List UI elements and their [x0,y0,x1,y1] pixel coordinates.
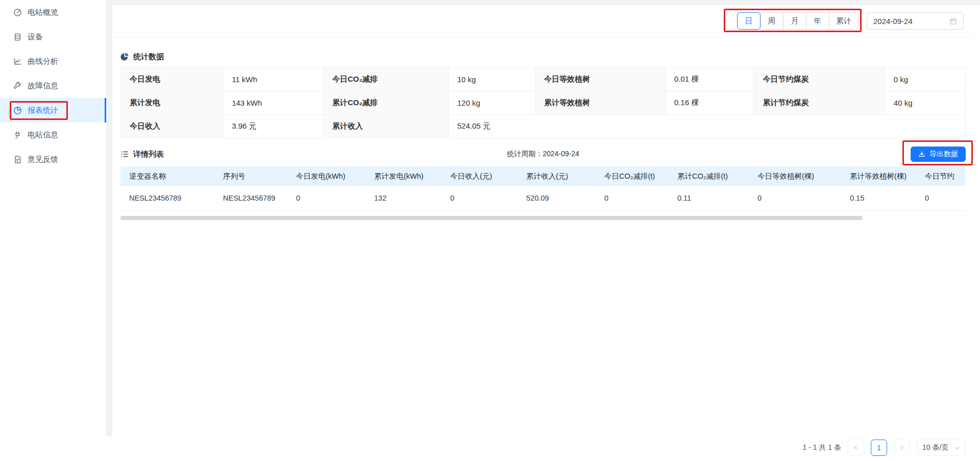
sidebar-item-label: 曲线分析 [28,57,58,66]
tab-month[interactable]: 月 [783,12,806,30]
tab-year-label: 年 [814,16,822,26]
cell-today-coal: 0 [925,186,966,210]
column-header: 今日等效植树(棵) [757,166,850,186]
chevron-down-icon [954,445,960,451]
stat-value: 0.16 棵 [666,91,754,115]
stat-value: 11 kWh [223,68,324,91]
stat-value: 524.05 元 [449,115,965,138]
tab-month-label: 月 [791,16,799,26]
stat-label: 累计收入 [324,115,449,138]
stat-value: 40 kg [885,91,965,115]
tab-total[interactable]: 累计 [829,12,859,30]
cell-total-income: 520.09 [526,186,604,210]
sidebar-item-station-info[interactable]: 电站信息 [0,123,106,147]
sidebar-item-feedback[interactable]: 意见反馈 [0,147,106,172]
column-header: 累计收入(元) [526,166,604,186]
page-number-button[interactable]: 1 [871,440,887,456]
stat-value: 0.01 棵 [666,68,754,91]
sidebar-item-fault-info[interactable]: 故障信息 [0,74,106,98]
stats-pie-icon [120,53,129,61]
stat-label: 今日节约煤炭 [754,68,885,91]
chevron-left-icon [853,445,859,450]
prev-page-button[interactable] [848,440,864,456]
stats-section-title: 统计数据 [133,52,164,62]
pie-chart-icon [13,106,22,115]
pagination-total: 1 - 1 共 1 条 [803,443,841,452]
stat-value: 10 kg [449,68,535,91]
date-picker-value: 2024-09-24 [873,17,913,26]
plug-icon [13,131,22,139]
horizontal-scrollbar-thumb[interactable] [120,216,863,220]
next-page-button[interactable] [894,440,910,456]
sidebar-item-label: 报表统计 [28,106,58,115]
tab-day[interactable]: 日 [737,12,761,30]
cell-today-generation: 0 [296,186,374,210]
sidebar-item-label: 故障信息 [28,81,58,91]
wrench-icon [13,82,22,90]
stat-value: 120 kg [449,91,535,115]
page-size-value: 10 条/页 [922,443,948,452]
tab-total-label: 累计 [836,16,851,26]
stat-label: 今日等效植树 [535,68,666,91]
stat-label: 累计节约煤炭 [754,91,885,115]
column-header: 今日CO₂减排(t) [604,166,677,186]
stat-label: 今日发电 [121,68,223,91]
sidebar-item-station-overview[interactable]: 电站概览 [0,0,106,25]
page-size-select[interactable]: 10 条/页 [917,440,966,456]
statistic-period-value: 2024-09-24 [543,150,579,158]
tab-week[interactable]: 周 [760,12,783,30]
stat-label: 累计等效植树 [535,91,666,115]
column-header: 序列号 [223,166,296,186]
stat-label: 今日收入 [121,115,223,138]
stats-table: 今日发电 11 kWh 今日CO₂减排 10 kg 今日等效植树 0.01 棵 … [120,67,966,138]
layout-top-band [112,0,980,5]
toolbar: 日 周 月 年 累计 2024-09-24 [112,5,974,37]
download-icon [918,151,925,158]
date-picker-input[interactable]: 2024-09-24 [867,12,964,30]
stat-value: 3.96 元 [223,115,324,138]
horizontal-scrollbar-track[interactable] [120,216,966,220]
column-header: 今日节约 [925,166,966,186]
cell-serial-number: NESL23456789 [223,186,296,210]
stat-label: 累计CO₂减排 [324,91,449,115]
tab-week-label: 周 [768,16,776,26]
details-table-header-row: 逆变器名称 序列号 今日发电(kWh) 累计发电(kWh) 今日收入(元) 累计… [120,166,966,186]
sidebar-item-curve-analysis[interactable]: 曲线分析 [0,49,106,74]
export-data-label: 导出数据 [929,150,958,159]
tab-year[interactable]: 年 [806,12,829,30]
sidebar-item-label: 意见反馈 [28,155,58,164]
stat-value: 143 kWh [223,91,324,115]
column-header: 逆变器名称 [120,166,223,186]
statistic-period: 统计周期：2024-09-24 [120,150,966,159]
tab-day-label: 日 [745,16,753,26]
sidebar-item-label: 电站信息 [28,130,58,140]
main-content: 统计数据 今日发电 11 kWh 今日CO₂减排 10 kg 今日等效植树 0.… [112,37,974,461]
column-header: 今日收入(元) [450,166,526,186]
sidebar-item-report-statistics[interactable]: 报表统计 [0,98,106,123]
calendar-icon [949,17,957,25]
cell-total-trees: 0.15 [850,186,925,210]
cell-inverter-name: NESL23456789 [120,186,223,210]
chevron-right-icon [899,445,904,450]
sidebar-item-label: 设备 [28,32,43,42]
column-header: 累计CO₂减排(t) [677,166,757,186]
pagination: 1 - 1 共 1 条 1 10 条/页 [803,440,966,456]
stat-value: 0 kg [885,68,965,91]
current-page-label: 1 [877,444,881,452]
feedback-form-icon [13,155,22,164]
layout-gutter [106,0,112,436]
line-chart-icon [13,57,22,66]
sidebar-item-label: 电站概览 [28,8,58,17]
gauge-icon [13,8,22,17]
cell-total-co2: 0.11 [677,186,757,210]
period-tab-group: 日 周 月 年 累计 [737,12,859,30]
details-table: 逆变器名称 序列号 今日发电(kWh) 累计发电(kWh) 今日收入(元) 累计… [120,166,966,211]
cell-today-income: 0 [450,186,526,210]
cell-today-trees: 0 [757,186,850,210]
sidebar-item-devices[interactable]: 设备 [0,25,106,49]
cell-today-co2: 0 [604,186,677,210]
details-section-header: 详情列表 统计周期：2024-09-24 导出数据 [120,147,966,162]
export-data-button[interactable]: 导出数据 [911,147,966,162]
column-header: 累计等效植树(棵) [850,166,925,186]
column-header: 今日发电(kWh) [296,166,374,186]
